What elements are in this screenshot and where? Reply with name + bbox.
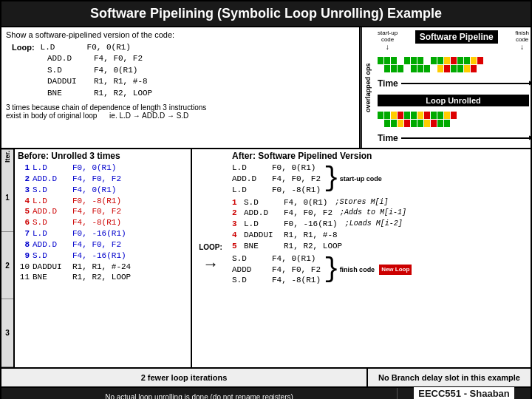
new-loop-badge: New Loop (379, 265, 412, 275)
row-num: 2 (18, 174, 30, 185)
pv-seg (417, 112, 423, 119)
row-num: 4 (18, 196, 30, 207)
pipe-instr: ADD.D (244, 208, 281, 219)
bottom-bar-left: No actual loop unrolling is done (do not… (1, 388, 398, 399)
pv-seg (384, 57, 390, 64)
pvrow2 (378, 65, 529, 72)
iter-3: 3 (1, 299, 13, 367)
pv-seg (457, 65, 463, 72)
pipe-instr: BNE (244, 241, 281, 252)
pv-seg (384, 65, 390, 72)
pipe-instr: S.D (232, 275, 269, 286)
pv-seg (404, 65, 410, 72)
footer-left: 2 fewer loop iterations (1, 369, 368, 386)
row-ops: F4, -16(R1) (72, 250, 126, 262)
pipeline-right: start-upcode ↓ Software Pipeline finishc… (376, 27, 531, 148)
right-arrow-icon: → (205, 256, 215, 274)
pipe-row: 2 ADD.D F4, F0, F2 ;Adds to M[i-1] (232, 208, 528, 219)
pv-seg (391, 112, 397, 119)
pv-seg (424, 57, 430, 64)
pv-seg (471, 57, 477, 64)
row-instr: ADD.D (33, 174, 69, 185)
bottom-section: Iter. 1 2 3 Before: Unrolled 3 times 1 L… (1, 149, 531, 367)
code-row-sd: S.D F4, 0(R1) (12, 65, 355, 76)
chain-note: 3 times because chain of dependence of l… (6, 103, 355, 120)
row-instr: L.D (33, 196, 69, 207)
pv-seg (431, 65, 437, 72)
pipe-ops: F0, -8(R1) (272, 185, 321, 196)
startup-group: L.D F0, 0(R1) ADD.D F4, F0, F2 L.D F0, -… (232, 163, 528, 196)
pv-seg (431, 120, 437, 127)
show-line: Show a software-pipelined version of the… (6, 30, 355, 39)
pv-seg (378, 57, 383, 64)
pv-seg (404, 120, 410, 127)
ops-ld: F0, 0(R1) (87, 42, 131, 53)
instr-sd: S.D (47, 65, 88, 76)
pipe-vis-2 (378, 112, 529, 127)
pv-seg (378, 112, 383, 119)
pipe-row: S.D F4, -8(R1) (232, 275, 321, 286)
table-row: 4 L.D F0, -8(R1) (18, 196, 188, 207)
row-instr: S.D (33, 217, 69, 228)
table-row: 1 L.D F0, 0(R1) (18, 163, 188, 174)
pv-seg (451, 57, 457, 64)
pipe-instr: ADD.D (232, 174, 269, 185)
row-num: 6 (18, 217, 30, 228)
row-ops: F4, F0, F2 (72, 239, 121, 250)
pipe-row: 5 BNE R1, R2, LOOP (232, 241, 528, 252)
row-num: 1 (18, 163, 30, 174)
pv-seg (398, 112, 403, 119)
pv-seg (391, 57, 397, 64)
pipe-instr: S.D (244, 197, 281, 208)
startup-brace-icon: } (324, 166, 340, 192)
pv-seg (477, 57, 483, 64)
finish-group: S.D F4, 0(R1) ADDD F4, F0, F2 S.D F4, -8… (232, 253, 528, 287)
row-ops: R1, R2, LOOP (72, 272, 131, 283)
startup-box: start-upcode ↓ (378, 30, 398, 52)
pv-seg (391, 120, 397, 127)
pipe-ops: F4, F0, F2 (272, 174, 321, 185)
startup-brace-group: } start-up code (324, 166, 382, 192)
table-row: 10 DADDUI R1, R1, #-24 (18, 262, 188, 273)
bottom-bar: No actual loop unrolling is done (do not… (1, 386, 531, 399)
pipe-row: 4 DADDUI R1, R1, #-8 (232, 230, 528, 241)
row-num: 10 (18, 262, 30, 273)
row-instr: BNE (33, 272, 69, 283)
iter-label: Iter. (1, 149, 13, 164)
pipe-instr: L.D (232, 185, 269, 196)
row-ops: F4, -8(R1) (72, 217, 121, 228)
pv-seg (437, 120, 443, 127)
pipe-num: 2 (232, 208, 241, 219)
time-line-1 (401, 83, 529, 84)
software-pipeline-label: Software Pipeline (415, 30, 498, 44)
row-ops: F4, F0, F2 (72, 174, 121, 185)
before-header: Before: Unrolled 3 times (18, 151, 188, 161)
pv-seg (444, 112, 450, 119)
pv-seg (391, 65, 397, 72)
pv-seg (437, 57, 443, 64)
iter-1: 1 (1, 164, 13, 232)
pv-seg (424, 65, 430, 72)
startup-rows: L.D F0, 0(R1) ADD.D F4, F0, F2 L.D F0, -… (232, 163, 321, 196)
pv-seg (437, 112, 443, 119)
pv-seg (398, 120, 403, 127)
main-container: Software Pipelining (Symbolic Loop Unrol… (0, 0, 532, 399)
exist-text: exist in body of original loop ie. L.D →… (6, 112, 355, 120)
table-row: 6 S.D F4, -8(R1) (18, 217, 188, 228)
pv-seg (384, 112, 390, 119)
table-row: 11 BNE R1, R2, LOOP (18, 272, 188, 283)
code-section: Show a software-pipelined version of the… (1, 27, 361, 148)
pv-seg (417, 65, 423, 72)
finish-code-label: finishcode (515, 30, 529, 44)
after-header: After: Software Pipelined Version (232, 151, 528, 161)
finish-box: finishcode ↓ (515, 30, 529, 52)
eecc-label: EECC551 - Shaaban (414, 387, 514, 400)
instr-ld: L.D (41, 42, 81, 53)
pipe-row: S.D F4, 0(R1) (232, 253, 321, 265)
pv-seg (378, 120, 383, 127)
instr-daddui: DADDUI (47, 76, 88, 87)
pipe-ops: F4, F0, F2 (284, 208, 332, 219)
pv-seg (451, 112, 457, 119)
pipe-ops: F4, 0(R1) (284, 197, 327, 208)
pipe-row: L.D F0, 0(R1) (232, 163, 321, 174)
